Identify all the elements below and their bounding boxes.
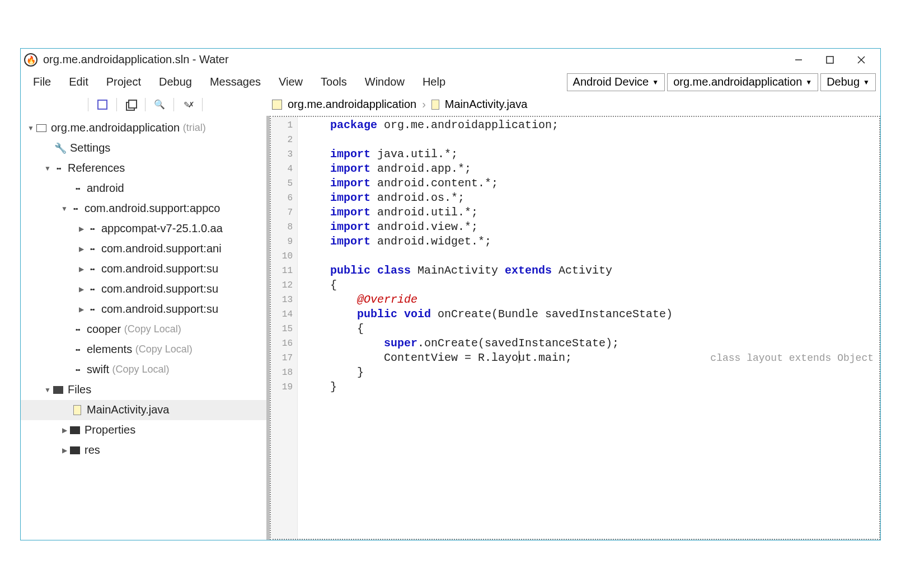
menu-file[interactable]: File <box>25 73 59 91</box>
code-line[interactable]: import android.app.*; <box>303 162 879 176</box>
close-button[interactable] <box>846 50 877 70</box>
code-line[interactable]: } <box>303 380 879 394</box>
reference-icon <box>52 164 64 172</box>
code-line[interactable]: import android.os.*; <box>303 191 879 205</box>
file-icon <box>431 100 439 110</box>
code-line[interactable]: { <box>303 322 879 336</box>
project-dropdown[interactable]: org.me.androidapplication▼ <box>667 73 818 91</box>
code-editor[interactable]: 12345678910111213141516171819 package or… <box>271 117 879 539</box>
code-line[interactable]: ContentView = R.layout.main;class layout… <box>303 351 879 365</box>
toolbar: org.me.androidapplication › MainActivity… <box>21 93 880 116</box>
menu-window[interactable]: Window <box>357 73 412 91</box>
code-line[interactable]: package org.me.androidapplication; <box>303 118 879 133</box>
menu-edit[interactable]: Edit <box>61 73 96 91</box>
title-bar: 🔥 org.me.androidapplication.sln - Water <box>21 49 880 71</box>
stop-button[interactable] <box>94 96 111 113</box>
tree-ref-swift[interactable]: swift (Copy Local) <box>21 360 266 380</box>
breadcrumb-file[interactable]: MainActivity.java <box>445 98 527 111</box>
tree-references[interactable]: ▼ References <box>21 158 266 178</box>
line-gutter: 12345678910111213141516171819 <box>271 117 298 539</box>
tree-ref-child[interactable]: ▶com.android.support:su <box>21 259 266 279</box>
menu-project[interactable]: Project <box>98 73 149 91</box>
device-dropdown[interactable]: Android Device▼ <box>567 73 665 91</box>
search-button[interactable] <box>151 96 168 113</box>
tree-root[interactable]: ▼ org.me.androidapplication (trial) <box>21 118 266 138</box>
code-line[interactable]: } <box>303 365 879 380</box>
inline-hint: class layout extends Object <box>710 351 874 365</box>
text-caret <box>519 351 519 363</box>
menu-bar: File Edit Project Debug Messages View To… <box>21 71 880 93</box>
breadcrumb-project[interactable]: org.me.androidapplication <box>288 98 416 111</box>
menu-messages[interactable]: Messages <box>202 73 269 91</box>
code-line[interactable]: @Override <box>303 293 879 307</box>
app-window: 🔥 org.me.androidapplication.sln - Water … <box>20 48 881 540</box>
menu-view[interactable]: View <box>271 73 311 91</box>
code-line[interactable]: import android.content.*; <box>303 176 879 191</box>
squiggle-button[interactable] <box>180 96 196 113</box>
code-line[interactable]: import android.util.*; <box>303 205 879 220</box>
folder-icon <box>52 386 64 394</box>
menu-help[interactable]: Help <box>415 73 453 91</box>
tree-ref-cooper[interactable]: cooper (Copy Local) <box>21 319 266 340</box>
code-line[interactable]: import android.view.*; <box>303 220 879 234</box>
code-line[interactable]: { <box>303 278 879 293</box>
window-title: org.me.androidapplication.sln - Water <box>43 53 229 66</box>
config-dropdown[interactable]: Debug▼ <box>820 73 876 91</box>
tree-ref-child[interactable]: ▶com.android.support:ani <box>21 239 266 259</box>
maximize-button[interactable] <box>814 50 846 70</box>
wrench-icon: 🔧 <box>54 142 67 154</box>
code-line[interactable] <box>303 133 879 147</box>
code-line[interactable] <box>303 249 879 264</box>
tree-ref-child[interactable]: ▶com.android.support:su <box>21 279 266 299</box>
tree-file-mainactivity[interactable]: MainActivity.java <box>21 400 266 420</box>
window-controls <box>783 50 877 70</box>
tree-files[interactable]: ▼ Files <box>21 380 266 400</box>
tree-ref-appcompat[interactable]: ▼com.android.support:appco <box>21 199 266 219</box>
code-line[interactable]: import java.util.*; <box>303 147 879 162</box>
chevron-right-icon: › <box>422 98 426 111</box>
tree-settings[interactable]: 🔧 Settings <box>21 138 266 158</box>
project-icon <box>272 100 282 110</box>
code-line[interactable]: public class MainActivity extends Activi… <box>303 264 879 278</box>
project-tree[interactable]: ▼ org.me.androidapplication (trial) 🔧 Se… <box>21 116 270 540</box>
minimize-button[interactable] <box>783 50 814 70</box>
menu-tools[interactable]: Tools <box>313 73 355 91</box>
tree-ref-child[interactable]: ▶com.android.support:su <box>21 299 266 319</box>
menu-debug[interactable]: Debug <box>151 73 200 91</box>
app-icon: 🔥 <box>24 53 37 67</box>
code-line[interactable]: public void onCreate(Bundle savedInstanc… <box>303 307 879 322</box>
code-line[interactable]: super.onCreate(savedInstanceState); <box>303 336 879 351</box>
tree-ref-android[interactable]: android <box>21 178 266 199</box>
copy-button[interactable] <box>123 96 139 113</box>
code-line[interactable]: import android.widget.*; <box>303 234 879 249</box>
tree-folder-properties[interactable]: ▶Properties <box>21 420 266 440</box>
tree-ref-child[interactable]: ▶appcompat-v7-25.1.0.aa <box>21 219 266 239</box>
tree-folder-res[interactable]: ▶res <box>21 440 266 460</box>
breadcrumb: org.me.androidapplication › MainActivity… <box>270 98 880 111</box>
tree-ref-elements[interactable]: elements (Copy Local) <box>21 340 266 360</box>
svg-rect-1 <box>827 57 833 63</box>
